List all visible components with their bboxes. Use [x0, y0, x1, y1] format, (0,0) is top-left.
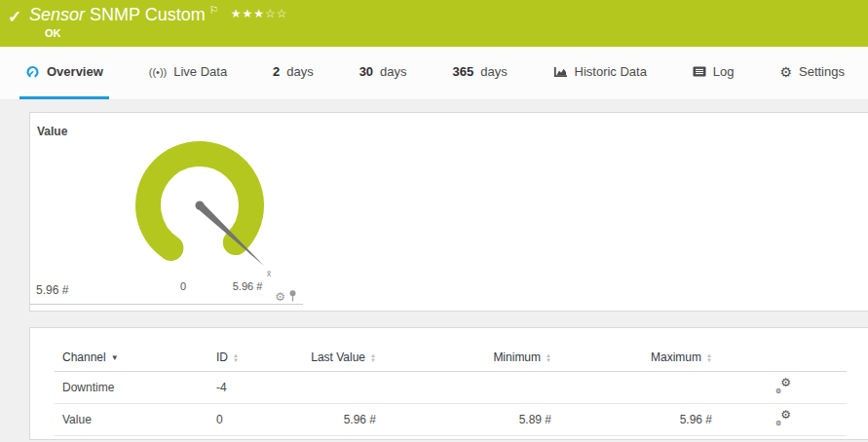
cell-minimum: [384, 372, 559, 404]
cell-last-value: [286, 372, 384, 404]
col-header-maximum[interactable]: Maximum▲▼: [559, 344, 720, 372]
cell-id: -4: [208, 372, 286, 404]
tab-2-days[interactable]: 2 days: [267, 47, 320, 99]
tab-365-days[interactable]: 365 days: [446, 47, 512, 99]
tab-live-data[interactable]: ((•)) Live Data: [143, 47, 233, 99]
tab-settings[interactable]: ⚙ Settings: [774, 47, 850, 99]
tab-label: Live Data: [173, 64, 227, 79]
overview-panel: Value x̄ 0 5.96 # 5.96 # ⚙: [29, 112, 868, 312]
tab-label: days: [286, 64, 313, 79]
cell-channel: Value: [55, 404, 208, 436]
tab-number: 2: [273, 64, 280, 79]
sensor-title-prefix: Sensor: [29, 5, 85, 24]
gauge-min-label: 0: [180, 280, 186, 292]
tab-label: days: [480, 64, 507, 79]
status-badge: OK: [45, 27, 61, 39]
sensor-title-name: SNMP Custom: [90, 5, 206, 24]
tab-label: Overview: [47, 64, 103, 79]
sensor-header: ✓ SensorSNMP Custom⚐★★★☆☆ OK: [0, 0, 868, 47]
flag-icon[interactable]: ⚐: [209, 4, 219, 16]
cell-edit: ⚙⚙: [720, 404, 847, 436]
sort-icon: ▲▼: [546, 353, 551, 363]
col-label: Last Value: [311, 350, 365, 364]
channel-table: Channel▼ ID▲▼ Last Value▲▼ Minimum▲▼ Max…: [55, 344, 847, 436]
stars-filled: ★★★: [231, 7, 265, 20]
table-row-value: Value 0 5.96 # 5.89 # 5.96 # ⚙⚙: [55, 404, 847, 436]
cell-edit: ⚙⚙: [720, 372, 847, 404]
sort-icon: ▲▼: [706, 353, 712, 363]
priority-stars[interactable]: ★★★☆☆: [231, 7, 288, 20]
cell-maximum: [559, 372, 720, 404]
tab-historic-data[interactable]: Historic Data: [547, 47, 653, 99]
tab-overview[interactable]: Overview: [19, 47, 109, 99]
status-check-icon: ✓: [8, 7, 21, 27]
gauge-icon: [25, 65, 40, 79]
stars-empty: ☆☆: [265, 7, 288, 20]
channel-settings-button[interactable]: ⚙⚙: [775, 411, 791, 425]
gauge-arc: [148, 154, 251, 248]
tab-number: 365: [452, 64, 473, 79]
pin-icon[interactable]: [288, 290, 297, 303]
col-label: Channel: [62, 350, 106, 364]
cell-last-value: 5.96 #: [286, 404, 384, 436]
col-label: Minimum: [493, 350, 541, 364]
tab-label: Log: [713, 64, 735, 79]
value-gauge: x̄ 0 5.96 #: [30, 113, 303, 305]
tab-label: Historic Data: [575, 64, 647, 79]
gauge-settings-icon[interactable]: ⚙: [275, 291, 285, 303]
channel-settings-button[interactable]: ⚙⚙: [775, 379, 791, 393]
sensor-title: SensorSNMP Custom⚐★★★☆☆: [29, 4, 287, 25]
cell-maximum: 5.96 #: [559, 404, 720, 436]
tab-log[interactable]: Log: [687, 47, 740, 99]
col-header-last-value[interactable]: Last Value▲▼: [286, 344, 384, 372]
col-label: Maximum: [651, 350, 701, 364]
col-header-id[interactable]: ID▲▼: [208, 344, 286, 372]
cell-id: 0: [208, 404, 286, 436]
tab-30-days[interactable]: 30 days: [354, 47, 413, 99]
value-gauge-tile: Value x̄ 0 5.96 # 5.96 # ⚙: [30, 113, 303, 305]
table-header-row: Channel▼ ID▲▼ Last Value▲▼ Minimum▲▼ Max…: [55, 344, 847, 372]
sort-desc-icon: ▼: [111, 353, 119, 362]
gear-icon: ⚙: [779, 64, 792, 80]
area-chart-icon: [553, 66, 568, 78]
tab-label: days: [380, 64, 406, 79]
cell-channel: Downtime: [55, 372, 208, 404]
col-header-channel[interactable]: Channel▼: [55, 344, 208, 372]
gauge-current-value: 5.96 #: [36, 283, 68, 297]
gauge-toolbar: ⚙: [275, 290, 297, 303]
tab-bar: Overview ((•)) Live Data 2 days 30 days …: [0, 47, 868, 100]
log-icon: [693, 66, 706, 77]
gauge-needle-label: x̄: [267, 269, 272, 278]
col-header-minimum[interactable]: Minimum▲▼: [384, 344, 559, 372]
col-label: ID: [216, 350, 228, 364]
channel-table-panel: Channel▼ ID▲▼ Last Value▲▼ Minimum▲▼ Max…: [29, 327, 868, 440]
table-row-downtime: Downtime -4 ⚙⚙: [55, 372, 847, 404]
tab-number: 30: [359, 64, 373, 79]
tab-label: Settings: [799, 64, 845, 79]
broadcast-icon: ((•)): [149, 66, 168, 78]
sort-icon: ▲▼: [370, 353, 376, 363]
cell-minimum: 5.89 #: [384, 404, 559, 436]
col-header-edit: [720, 344, 847, 372]
gauge-max-label: 5.96 #: [233, 280, 263, 292]
sort-icon: ▲▼: [233, 353, 239, 363]
